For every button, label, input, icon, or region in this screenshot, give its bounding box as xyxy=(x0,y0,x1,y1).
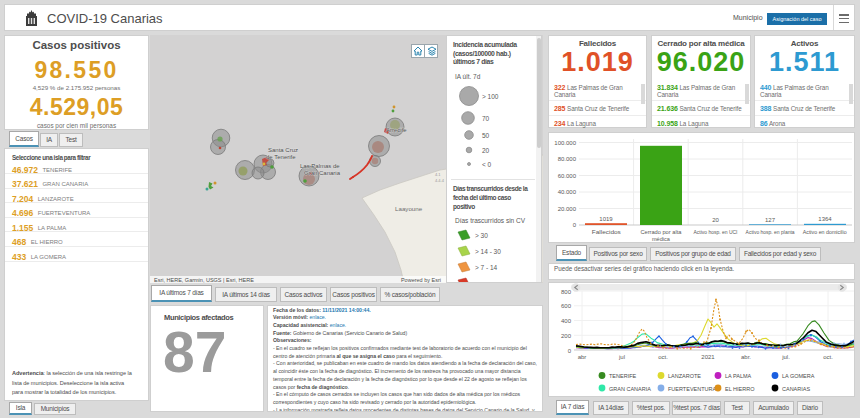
svg-text:LA GOMERA: LA GOMERA xyxy=(782,373,815,379)
svg-text:abr.: abr. xyxy=(741,354,751,360)
svg-text:Santa Cruz: Santa Cruz xyxy=(268,147,298,153)
svg-text:Fallecidos: Fallecidos xyxy=(592,228,621,235)
svg-text:EL HIERRO: EL HIERRO xyxy=(725,386,755,392)
svg-text:jul.: jul. xyxy=(781,354,790,360)
svg-text:LANZAROTE: LANZAROTE xyxy=(668,373,701,379)
svg-text:Gran Canaria: Gran Canaria xyxy=(304,170,341,176)
svg-text:1364: 1364 xyxy=(818,216,832,222)
svg-text:20.000: 20.000 xyxy=(558,206,577,212)
svg-text:> 7 - 14: > 7 - 14 xyxy=(475,264,498,271)
svg-text:600: 600 xyxy=(561,303,572,309)
svg-text:4.4.4: 4.4.4 xyxy=(435,178,445,183)
svg-text:Activo hosp. en UCI: Activo hosp. en UCI xyxy=(694,228,738,235)
svg-text:2021: 2021 xyxy=(701,354,715,360)
svg-text:FUERTEVENTURA: FUERTEVENTURA xyxy=(668,386,717,392)
svg-text:oct.: oct. xyxy=(658,354,668,360)
svg-text:> 14 - 30: > 14 - 30 xyxy=(475,248,501,255)
svg-text:20: 20 xyxy=(712,217,719,223)
svg-text:médica: médica xyxy=(652,235,670,242)
svg-text:800: 800 xyxy=(561,289,572,295)
svg-text:de Tenerife: de Tenerife xyxy=(266,154,296,160)
svg-text:GRAN CANARIA: GRAN CANARIA xyxy=(609,386,651,392)
svg-text:200: 200 xyxy=(561,333,572,339)
svg-text:400: 400 xyxy=(561,318,572,324)
svg-text:Activo en domicilio: Activo en domicilio xyxy=(803,228,847,235)
svg-text:4.1: 4.1 xyxy=(435,172,441,177)
svg-text:> 30: > 30 xyxy=(475,232,488,239)
svg-text:abr: abr xyxy=(578,354,587,360)
svg-text:0: 0 xyxy=(573,222,577,228)
svg-text:70: 70 xyxy=(482,115,490,122)
svg-text:Las Palmas de: Las Palmas de xyxy=(300,163,340,169)
svg-text:0: 0 xyxy=(568,348,572,354)
svg-text:LA PALMA: LA PALMA xyxy=(725,373,752,379)
svg-text:Cerrado por alta: Cerrado por alta xyxy=(640,228,682,235)
svg-text:< 0: < 0 xyxy=(482,161,492,168)
svg-text:Activo hosp. en planta: Activo hosp. en planta xyxy=(746,228,795,235)
svg-text:Laayoune: Laayoune xyxy=(395,205,423,212)
svg-text:1019: 1019 xyxy=(599,216,613,222)
svg-text:20: 20 xyxy=(482,147,490,154)
svg-text:50: 50 xyxy=(482,132,490,139)
svg-text:80.000: 80.000 xyxy=(558,156,577,162)
svg-text:127: 127 xyxy=(765,217,776,223)
svg-text:TENERIFE: TENERIFE xyxy=(609,373,637,379)
svg-text:60.000: 60.000 xyxy=(558,173,577,179)
svg-text:100.000: 100.000 xyxy=(554,140,576,146)
svg-text:40.000: 40.000 xyxy=(558,189,577,195)
svg-text:> 100: > 100 xyxy=(482,93,499,100)
svg-text:jul: jul xyxy=(618,354,625,360)
svg-text:Arrecife: Arrecife xyxy=(386,127,407,133)
svg-text:oct.: oct. xyxy=(823,354,833,360)
svg-text:CANARIAS: CANARIAS xyxy=(782,386,810,392)
